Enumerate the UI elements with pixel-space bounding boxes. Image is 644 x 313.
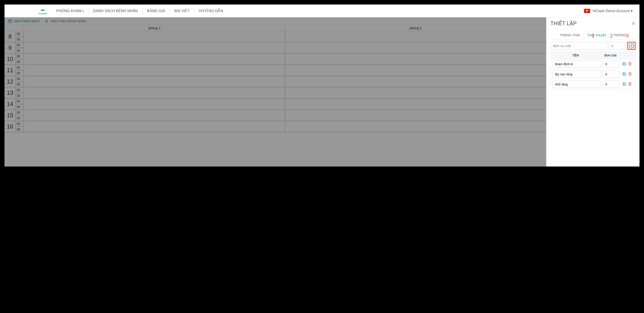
minute-label: 00 <box>16 65 24 70</box>
hour-label: 15 <box>4 110 16 121</box>
calendar-cell[interactable] <box>24 42 285 53</box>
calendar-hour-row: 140030 <box>4 99 546 110</box>
nav-articles[interactable]: BÀI VIẾT <box>170 8 194 15</box>
service-name-input[interactable] <box>552 61 601 68</box>
delete-icon[interactable] <box>628 82 632 87</box>
calendar-hour-row: 160030 <box>4 121 546 132</box>
nav-clinic[interactable]: PHÒNG KHÁM▾ <box>52 8 88 15</box>
nav-patients[interactable]: DANH SÁCH BỆNH NHÂN <box>88 8 142 15</box>
save-icon[interactable] <box>622 82 626 87</box>
service-price-input[interactable] <box>603 81 619 88</box>
view-by-patient-button[interactable]: XEM THEO BỆNH NHÂN <box>44 19 86 23</box>
hour-label: 8 <box>4 31 16 42</box>
logo-text: VICEPH <box>38 13 47 15</box>
service-price-input[interactable] <box>603 71 619 78</box>
minute-label: 30 <box>16 93 24 98</box>
delete-icon[interactable] <box>628 72 632 77</box>
calendar-cell[interactable] <box>24 31 285 42</box>
chevron-down-icon: ▾ <box>82 10 84 13</box>
service-row <box>551 59 635 69</box>
nav-pricing[interactable]: BẢNG GIÁ <box>142 8 170 15</box>
add-service-button[interactable]: + <box>627 42 636 50</box>
calendar-cell[interactable] <box>24 87 285 98</box>
panel-title: THIẾT LẬP <box>550 21 576 27</box>
tab-status[interactable]: TRẠNG THÁI <box>556 31 584 39</box>
hour-label: 9 <box>4 42 16 53</box>
calendar-cell[interactable] <box>24 76 285 87</box>
service-price-input[interactable] <box>603 61 619 68</box>
service-name-input[interactable] <box>552 71 601 78</box>
calendar-hour-row: 80030 <box>4 31 546 42</box>
minute-label: 30 <box>16 115 24 121</box>
calendar-hour-row: 90030 <box>4 42 546 54</box>
minute-label: 00 <box>16 31 24 37</box>
service-name-input[interactable] <box>552 81 601 88</box>
account-menu[interactable]: ViCeph Demo Account ▾ <box>592 9 633 13</box>
service-row <box>551 79 635 89</box>
minute-label: 00 <box>16 54 24 59</box>
view-by-day-button[interactable]: XEM THEO NGÀY <box>8 19 40 23</box>
minute-label: 30 <box>16 127 24 132</box>
calendar-hour-row: 100030 <box>4 54 546 65</box>
calendar-cell[interactable] <box>285 76 546 87</box>
settings-panel: THIẾT LẬP ✕ TRẠNG THÁI THỦ THUẬT PHÒNG 1… <box>546 17 640 167</box>
calendar-cell[interactable] <box>24 110 285 121</box>
svg-rect-0 <box>8 20 12 23</box>
calendar-cell[interactable] <box>285 110 546 121</box>
logo-icon <box>38 7 47 13</box>
calendar-hour-row: 120030 <box>4 76 546 87</box>
save-icon[interactable] <box>622 72 626 77</box>
calendar-hour-row: 150030 <box>4 110 546 121</box>
new-service-price-input[interactable] <box>609 42 625 50</box>
calendar-cell[interactable] <box>285 121 546 132</box>
annotation-3: 3 <box>626 33 629 39</box>
flag-vietnam-icon[interactable] <box>584 9 590 13</box>
hour-label: 11 <box>4 65 16 76</box>
room-header: phòng 1 <box>24 25 285 31</box>
plus-circle-icon: + <box>629 44 634 48</box>
minute-label: 30 <box>16 48 24 53</box>
calendar-cell[interactable] <box>285 31 546 42</box>
minute-label: 30 <box>16 70 24 76</box>
hour-label: 10 <box>4 54 16 65</box>
calendar-cell[interactable] <box>285 65 546 76</box>
services-table: TÊN Đơn Giá <box>550 52 636 90</box>
minute-label: 30 <box>16 104 24 110</box>
top-navbar: VICEPH PHÒNG KHÁM▾ DANH SÁCH BỆNH NHÂN B… <box>4 5 640 17</box>
calendar-cell[interactable] <box>285 42 546 53</box>
person-icon <box>44 19 48 23</box>
hour-label: 14 <box>4 99 16 110</box>
calendar-cell[interactable] <box>24 121 285 132</box>
minute-label: 00 <box>16 42 24 48</box>
brand-logo: VICEPH <box>38 7 47 15</box>
minute-label: 00 <box>16 110 24 115</box>
calendar-cell[interactable] <box>24 99 285 110</box>
minute-label: 30 <box>16 59 24 65</box>
calendar-cell[interactable] <box>285 87 546 98</box>
svg-point-4 <box>46 20 47 21</box>
room-header: phòng 2 <box>285 25 546 31</box>
minute-label: 00 <box>16 121 24 127</box>
new-service-name-input[interactable] <box>550 42 607 50</box>
calendar-area: XEM THEO NGÀY XEM THEO BỆNH NHÂN phòng 1… <box>4 17 546 167</box>
calendar-cell[interactable] <box>24 65 285 76</box>
close-icon[interactable]: ✕ <box>632 21 636 26</box>
nav-guide[interactable]: HƯỚNG DẪN <box>194 8 228 15</box>
delete-icon[interactable] <box>628 62 632 67</box>
save-icon[interactable] <box>622 62 626 67</box>
annotation-1: 1 <box>592 33 594 39</box>
calendar-icon <box>8 19 12 23</box>
hour-label: 12 <box>4 76 16 87</box>
minute-label: 00 <box>16 99 24 104</box>
calendar-cell[interactable] <box>24 54 285 65</box>
hour-label: 13 <box>4 87 16 98</box>
tab-procedure[interactable]: THỦ THUẬT <box>584 31 610 40</box>
minute-label: 30 <box>16 37 24 42</box>
minute-label: 30 <box>16 82 24 87</box>
service-row <box>551 69 635 79</box>
calendar-cell[interactable] <box>285 99 546 110</box>
col-name-header: TÊN <box>551 52 600 59</box>
calendar-hour-row: 130030 <box>4 87 546 99</box>
calendar-cell[interactable] <box>285 54 546 65</box>
minute-label: 00 <box>16 87 24 93</box>
